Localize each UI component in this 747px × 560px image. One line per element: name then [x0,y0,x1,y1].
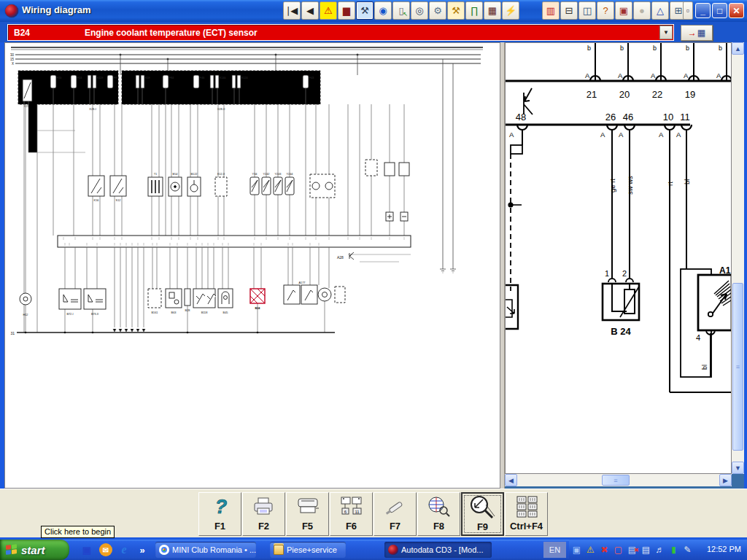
quicklaunch-ie-icon[interactable]: e [117,543,131,556]
tray-antivirus-error-icon[interactable]: ✖ [598,544,611,556]
svg-text:20: 20 [619,89,630,100]
engine-data-icon[interactable]: ▥ [542,1,560,20]
index-icon [514,493,540,521]
svg-text:b: b [620,44,624,52]
taskbar-task-1[interactable]: MINI Club Romania • ... [155,542,256,558]
vehicle-lift-icon[interactable]: ∏ [465,1,483,20]
fkey-button-f5[interactable]: F5 [286,492,329,536]
print-diagram-icon [295,493,320,521]
scroll-up-button[interactable]: ▲ [732,42,744,55]
vertical-scroll-thumb[interactable] [732,283,743,451]
svg-text:sw ws: sw ws [626,176,634,195]
goto-grid-icon: ▦ [697,28,705,38]
minimize-button[interactable]: _ [695,3,711,18]
print-icon [252,493,276,521]
scroll-left-button[interactable]: ◀ [505,474,517,486]
fkey-button-f6[interactable]: 611F6 [330,492,373,536]
quicklaunch-mail-icon[interactable]: ✉ [99,543,112,556]
svg-text:19: 19 [685,89,695,100]
technical-settings-icon[interactable]: ⚒ [356,1,374,20]
svg-text:31: 31 [10,331,15,335]
ecu-connector-bar[interactable] [58,236,411,247]
suspension-icon[interactable]: ⚙ [429,1,446,20]
fkey-button-f2[interactable]: F2 [242,492,285,536]
scroll-right-button[interactable]: ▶ [719,474,732,486]
taskbar-task-3[interactable]: Autodata CD3 - [Mod... [384,542,492,558]
module-a1[interactable]: A1 4 bl [681,265,731,377]
steering-wheel-icon[interactable]: ◎ [411,1,428,20]
close-button[interactable]: ✕ [729,3,744,18]
svg-text:K59: K59 [145,77,150,79]
svg-text:15: 15 [10,58,15,61]
svg-text:H12: H12 [23,314,28,316]
svg-text:ge rt: ge rt [608,179,616,192]
tooltip: Click here to begin [41,526,115,538]
svg-text:A28: A28 [337,255,344,260]
svg-text:F84: F84 [169,77,174,79]
goto-diagram-button[interactable]: → ▦ [681,25,713,41]
fkey-button-f7[interactable]: F7 [374,492,417,536]
horizontal-scroll-thumb[interactable] [602,475,630,486]
quicklaunch-app-icon[interactable]: ▣ [80,543,93,556]
svg-text:bl: bl [701,365,708,370]
vehicle-photo-icon[interactable]: ◫ [578,1,596,20]
sensor-b24[interactable]: 1 2 B 24 [603,269,639,337]
svg-text:K119: K119 [97,77,103,79]
svg-text:A: A [509,131,514,139]
go-back-icon[interactable]: ◀ [301,1,319,20]
svg-text:B54: B54 [173,173,178,176]
go-first-icon[interactable]: ∣◀ [283,1,301,20]
tray-update-box-icon[interactable]: ▢ [612,544,624,556]
component-combobox[interactable]: B24 Engine coolant temperature (ECT) sen… [7,24,674,41]
mouse-help-icon[interactable]: ▯↖ [392,1,410,20]
abs-car-icon[interactable]: ▣ [615,1,632,20]
tools-icon [383,493,408,521]
fkey-button-f8[interactable]: F8 [417,492,460,536]
component-b24-highlight[interactable] [250,289,265,303]
svg-text:B24: B24 [255,307,261,310]
vertical-scrollbar[interactable]: ▲ ▼ [732,42,744,474]
dashboard-icon[interactable]: ▦ [484,1,501,20]
maximize-button[interactable]: □ [712,3,727,18]
abs-warning-icon[interactable]: △ [651,1,669,20]
repair-times-icon[interactable]: ? [597,1,614,20]
globe-icon[interactable]: ◉ [374,1,392,20]
tray-display-icon[interactable]: ▤ [640,544,652,556]
tray-security-warning-icon[interactable]: ⚠ [584,544,597,556]
tray-volume-icon[interactable]: ♬ [654,544,666,556]
svg-text:X: X [12,62,14,66]
help-icon: ? [209,493,231,521]
warning-icon[interactable]: ⚠ [320,1,337,20]
spark-plug-icon[interactable]: ⚡ [502,1,519,20]
svg-text:F20: F20 [57,77,61,79]
diagnostic-device-icon[interactable]: ▆ [338,1,355,20]
fkey-button-ctrl-f4[interactable]: Ctrl+F4 [505,492,548,536]
tray-network-icon[interactable]: ▣ [570,544,583,556]
disabled-circle-icon[interactable]: ● [633,1,651,20]
wiring-diagram-zoom-panel[interactable]: b b b b b A A A A A 21 20 22 19 [505,42,732,474]
language-indicator[interactable]: EN [543,542,566,558]
scroll-down-button[interactable]: ▼ [732,462,744,474]
taskbar-task-2[interactable]: Piese+service [270,542,346,558]
horizontal-scrollbar[interactable]: ◀ ▶ [505,474,732,486]
service-tools-icon[interactable]: ⚒ [447,1,465,20]
left-wiring-diagram[interactable]: 30 15 X 31 [5,43,500,488]
print-icon[interactable]: ⊟ [560,1,578,20]
fkey-button-f1[interactable]: ?F1 [198,492,241,536]
component-code: B24 [14,28,30,38]
right-wiring-diagram[interactable]: b b b b b A A A A A 21 20 22 19 [506,43,731,473]
small-panel-icon[interactable]: ▫ [683,1,693,20]
continuation-symbol [524,88,533,114]
tray-usb-device-icon[interactable]: ▮ [667,544,680,556]
tray-pen-device-icon[interactable]: ✎ [681,544,694,556]
combobox-dropdown-button[interactable]: ▼ [659,26,673,39]
svg-text:1: 1 [605,269,609,278]
wiring-diagram-overview-panel[interactable]: 30 15 X 31 [4,42,500,489]
quicklaunch-overflow-chevron[interactable]: » [136,543,149,556]
svg-text:B118: B118 [201,311,208,314]
svg-text:22: 22 [652,89,662,100]
locate-icon [427,493,452,521]
tray-display-error-icon[interactable]: ▤✖ [626,544,638,556]
fkey-button-f9[interactable]: F9 [461,492,504,536]
start-button[interactable]: start [0,540,69,560]
